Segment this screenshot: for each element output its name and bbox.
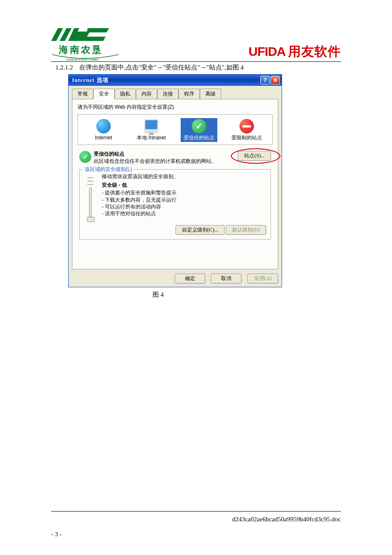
stop-icon — [239, 119, 254, 133]
tab-content[interactable]: 内容 — [136, 89, 157, 99]
ufida-logo: UFIDA 用友软件 — [248, 43, 341, 61]
zone-trusted[interactable]: ✓ 受信任的站点 — [181, 118, 217, 142]
close-button[interactable] — [271, 76, 280, 84]
document-footer: d243ca02ae6bcad50a9959b40fcd3c95.doc - 3… — [51, 511, 341, 538]
zone-internet[interactable]: Internet — [85, 118, 122, 142]
footer-page-number: - 3 - — [51, 531, 341, 538]
zone-selector: Internet 本地 Intranet ✓ 受信任的站点 受限制的站点 — [78, 114, 273, 145]
apply-button[interactable]: 应用(A) — [248, 274, 278, 283]
monitor-icon — [144, 119, 159, 133]
check-icon: ✓ — [79, 151, 91, 163]
ok-button[interactable]: 确定 — [175, 274, 205, 283]
check-icon: ✓ — [192, 119, 206, 133]
instruction-text: 1.2.1.2 在弹出的页面中,点击"安全"→"受信任站点"→"站点",如图 4 — [55, 64, 341, 72]
internet-options-dialog: Internet 选项 常规 安全 隐私 内容 连接 程序 高级 请为不同区域的 — [68, 74, 282, 287]
cancel-button[interactable]: 取消 — [211, 274, 242, 283]
help-button[interactable] — [260, 76, 270, 84]
zone-intranet[interactable]: 本地 Intranet — [133, 118, 170, 142]
document-header: 海南农垦 HAINAN STATE FARMS UFIDA 用友软件 — [51, 26, 341, 62]
tab-programs[interactable]: 程序 — [179, 89, 200, 99]
security-level-legend: 该区域的安全级别(L) — [83, 166, 134, 173]
tab-general[interactable]: 常规 — [72, 89, 93, 99]
slider-thumb[interactable] — [87, 217, 95, 222]
sites-button[interactable]: 站点(S)... — [238, 151, 271, 161]
zone-instruction: 请为不同区域的 Web 内容指定安全设置(Z) — [78, 104, 273, 111]
tab-security[interactable]: 安全 — [93, 89, 115, 99]
hsf-logo-text-en: HAINAN STATE FARMS — [66, 58, 98, 61]
security-tab-panel: 请为不同区域的 Web 内容指定安全设置(Z) Internet 本地 Intr… — [72, 99, 278, 269]
trusted-description: 受信任的站点 此区域包含您信任不会损害您的计算机或数据的网站。 — [94, 151, 216, 165]
dialog-title: Internet 选项 — [72, 76, 259, 84]
dialog-footer: 确定 取消 应用(A) — [69, 271, 282, 287]
tab-privacy[interactable]: 隐私 — [115, 89, 136, 99]
dialog-titlebar[interactable]: Internet 选项 — [69, 75, 282, 86]
tab-advanced[interactable]: 高级 — [200, 89, 221, 99]
ufida-logo-en: UFIDA — [248, 44, 285, 59]
arrow-icon: → — [200, 64, 207, 71]
figure-caption: 图 4 — [51, 291, 265, 299]
zone-restricted[interactable]: 受限制的站点 — [228, 118, 265, 142]
custom-level-button[interactable]: 自定义级别(C)... — [176, 225, 225, 235]
security-level-bullets: 提供最小的安全措施和警告提示 下载大多数内容，且无提示运行 可以运行所有的活动内… — [102, 189, 179, 217]
hsf-logo: 海南农垦 HAINAN STATE FARMS — [51, 26, 119, 61]
ufida-logo-cn: 用友软件 — [288, 43, 341, 61]
footer-filename: d243ca02ae6bcad50a9959b40fcd3c95.doc — [51, 516, 341, 523]
tab-strip: 常规 安全 隐私 内容 连接 程序 高级 — [72, 88, 278, 99]
default-level-button[interactable]: 默认级别(D) — [226, 225, 266, 235]
security-level-group: 该区域的安全级别(L) 移动滑块设置该区域的安全级别。 安全级 - 低 — [79, 169, 271, 240]
security-slider[interactable] — [84, 173, 97, 222]
security-level-title: 安全级 - 低 — [102, 182, 179, 188]
slider-hint: 移动滑块设置该区域的安全级别。 — [102, 173, 179, 180]
globe-icon — [96, 119, 111, 133]
tab-connections[interactable]: 连接 — [157, 89, 179, 99]
arrow-icon: → — [156, 64, 163, 71]
